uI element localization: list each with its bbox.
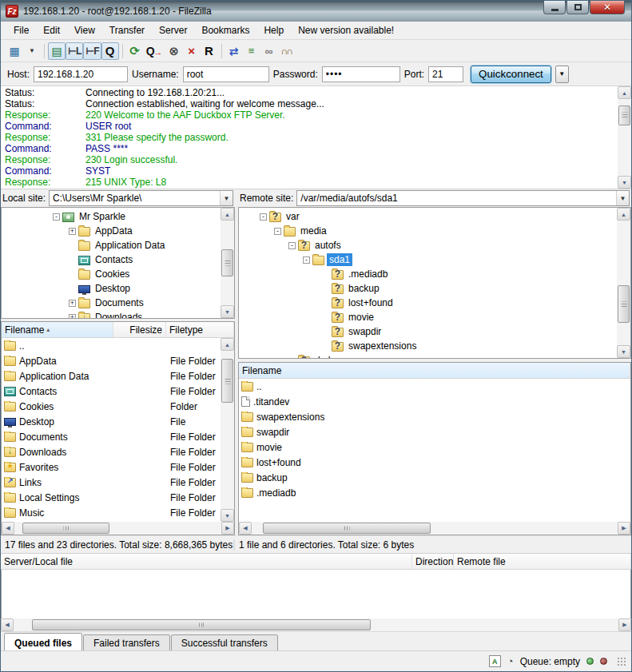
local-list-horizontal-scrollbar[interactable]: ◀ ▶ <box>2 522 234 535</box>
speed-limits-icon[interactable]: ◔ <box>507 655 514 667</box>
file-row[interactable]: Favorites File Folder <box>2 459 221 475</box>
file-row[interactable]: Local Settings File Folder <box>2 490 221 505</box>
file-row[interactable]: swapextensions <box>239 409 630 424</box>
tree-item[interactable]: dvd <box>239 353 617 358</box>
local-path-combo[interactable]: C:\Users\Mr Sparkle\ ▼ <box>49 190 233 206</box>
port-input[interactable] <box>428 66 463 82</box>
tree-item[interactable]: Cookies <box>2 267 221 281</box>
tree-item[interactable]: autofs <box>239 238 617 252</box>
menu-item[interactable]: Help <box>257 23 290 38</box>
toggle-remote-tree[interactable]: ⊢F <box>83 42 101 60</box>
scrollbar-thumb[interactable] <box>32 619 371 630</box>
tree-item[interactable]: movie <box>239 310 617 324</box>
reconnect[interactable]: R <box>201 42 218 60</box>
password-input[interactable] <box>322 66 400 82</box>
column-header-remote-file[interactable]: Remote file <box>454 554 631 569</box>
username-input[interactable] <box>183 66 269 82</box>
site-manager[interactable]: ▦ <box>6 42 23 60</box>
column-header-local-file[interactable]: Server/Local file <box>1 554 412 569</box>
menu-item[interactable]: View <box>68 23 101 38</box>
column-header-filename[interactable]: Filename <box>2 322 113 337</box>
tree-item[interactable]: .mediadb <box>239 267 617 281</box>
file-row[interactable]: Application Data File Folder <box>2 368 221 384</box>
menu-item[interactable]: New version available! <box>292 23 400 38</box>
toggle-message-log[interactable]: ▤ <box>48 42 66 60</box>
disconnect[interactable]: × <box>183 42 201 60</box>
filter[interactable]: ⇄ <box>225 42 243 60</box>
remote-path-combo[interactable]: /var/media/autofs/sda1 ▼ <box>296 190 630 206</box>
file-row[interactable]: Desktop File <box>2 414 221 429</box>
scroll-left-arrow[interactable]: ◀ <box>239 522 252 535</box>
expander-icon[interactable] <box>274 228 281 235</box>
tree-item[interactable]: swapextensions <box>239 339 617 353</box>
close-button[interactable]: ✕ <box>590 1 625 14</box>
tree-item[interactable]: Mr Sparkle <box>2 209 221 224</box>
scroll-right-arrow[interactable]: ▶ <box>618 522 630 535</box>
expander-icon[interactable] <box>69 314 76 319</box>
log-vertical-scrollbar[interactable]: ▲ ▼ <box>618 86 631 189</box>
local-tree-vertical-scrollbar[interactable]: ▲ ▼ <box>221 208 234 318</box>
file-row[interactable]: Contacts File Folder <box>2 384 221 399</box>
scroll-right-arrow[interactable]: ▶ <box>618 618 631 631</box>
menu-item[interactable]: Transfer <box>103 23 151 38</box>
tree-item[interactable]: AppData <box>2 224 221 238</box>
file-row[interactable]: Cookies Folder <box>2 399 221 414</box>
remote-list-horizontal-scrollbar[interactable]: ◀ ▶ <box>239 522 630 535</box>
tree-item[interactable]: media <box>239 224 617 238</box>
file-row[interactable]: Documents File Folder <box>2 429 221 444</box>
file-row[interactable]: Music File Folder <box>2 505 221 520</box>
scrollbar-thumb[interactable] <box>618 105 630 125</box>
file-row[interactable]: .. <box>2 338 221 353</box>
chevron-down-icon[interactable]: ▼ <box>616 191 629 205</box>
tree-item[interactable]: lost+found <box>239 296 617 310</box>
menu-item[interactable]: Edit <box>37 23 66 38</box>
expander-icon[interactable] <box>288 242 296 249</box>
scrollbar-thumb[interactable] <box>221 359 233 403</box>
tree-item[interactable]: Downloads <box>2 310 221 318</box>
minimize-button[interactable] <box>543 1 566 14</box>
scroll-down-arrow[interactable]: ▼ <box>617 345 630 358</box>
maximize-button[interactable] <box>566 1 589 14</box>
queue-horizontal-scrollbar[interactable]: ◀ ▶ <box>1 618 631 631</box>
scrollbar-thumb[interactable] <box>221 249 233 276</box>
scroll-up-arrow[interactable]: ▲ <box>221 208 234 221</box>
queue-tab[interactable]: Failed transfers <box>83 634 170 652</box>
tree-item[interactable]: Desktop <box>2 281 221 296</box>
toggle-queue[interactable]: Q <box>101 42 119 60</box>
directory-comparison[interactable]: ≡ <box>243 42 260 60</box>
site-manager-dropdown[interactable]: ▼ <box>23 42 41 60</box>
refresh[interactable]: ⟳ <box>126 42 144 60</box>
tree-item[interactable]: var <box>239 209 617 224</box>
column-header-filename[interactable]: Filename <box>239 363 630 378</box>
scroll-right-arrow[interactable]: ▶ <box>221 522 234 535</box>
resize-grip[interactable] <box>617 657 626 666</box>
file-row[interactable]: .titandev <box>239 394 630 409</box>
toggle-local-tree[interactable]: ⊢L <box>66 42 83 60</box>
tree-item[interactable]: Documents <box>2 296 221 310</box>
queue-tab[interactable]: Queued files <box>4 633 82 652</box>
column-header-filesize[interactable]: Filesize <box>113 322 166 337</box>
host-input[interactable] <box>34 66 128 82</box>
file-row[interactable]: Downloads File Folder <box>2 444 221 459</box>
file-row[interactable]: swapdir <box>239 424 630 439</box>
file-row[interactable]: .. <box>239 379 630 394</box>
scroll-left-arrow[interactable]: ◀ <box>1 618 14 631</box>
file-row[interactable]: AppData File Folder <box>2 353 221 368</box>
column-header-filetype[interactable]: Filetype <box>166 322 234 337</box>
column-header-direction[interactable]: Direction <box>412 554 454 569</box>
scroll-left-arrow[interactable]: ◀ <box>2 522 14 535</box>
file-row[interactable]: movie <box>239 439 630 455</box>
quickconnect-button[interactable]: Quickconnect <box>471 66 551 83</box>
find[interactable]: ∩∩ <box>278 42 296 60</box>
expander-icon[interactable] <box>260 213 267 221</box>
tree-item[interactable]: sda1 <box>239 252 617 267</box>
scrollbar-thumb[interactable] <box>618 285 630 323</box>
scroll-up-arrow[interactable]: ▲ <box>617 208 630 221</box>
scroll-up-arrow[interactable]: ▲ <box>618 86 631 99</box>
scrollbar-thumb[interactable] <box>263 523 431 534</box>
tree-item[interactable]: backup <box>239 281 617 296</box>
quickconnect-dropdown[interactable]: ▼ <box>555 66 569 83</box>
expander-icon[interactable] <box>69 228 76 235</box>
remote-tree-vertical-scrollbar[interactable]: ▲ ▼ <box>617 208 630 358</box>
tree-item[interactable]: swapdir <box>239 324 617 339</box>
